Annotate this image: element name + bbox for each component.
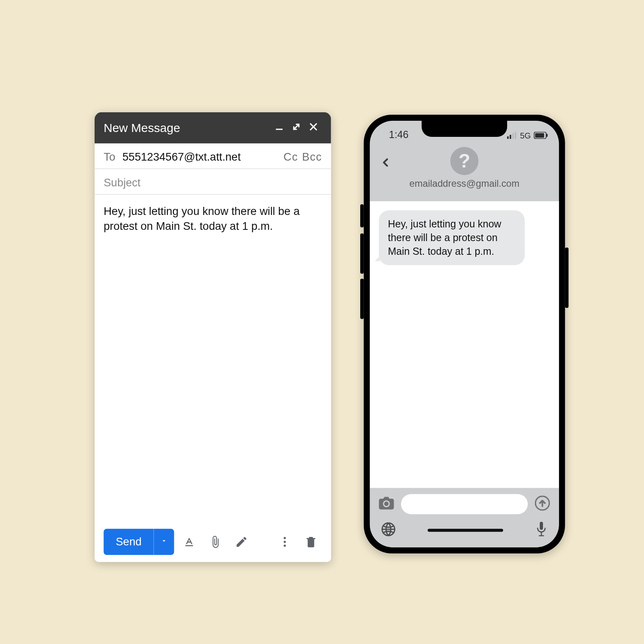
close-icon[interactable]: [305, 121, 322, 135]
cellular-signal-icon: [507, 130, 517, 142]
send-message-icon[interactable]: [535, 495, 550, 513]
home-indicator[interactable]: [428, 529, 504, 532]
more-options-icon[interactable]: [274, 531, 296, 553]
contact-email: emailaddress@gmail.com: [370, 178, 559, 190]
svg-point-6: [284, 545, 286, 547]
bcc-button[interactable]: Bcc: [302, 151, 322, 164]
phone-side-button: [360, 204, 364, 228]
message-bubble: Hey, just letting you know there will be…: [379, 211, 525, 265]
phone-side-button: [360, 279, 364, 319]
svg-rect-17: [540, 522, 543, 530]
compose-body[interactable]: Hey, just letting you know there will be…: [95, 195, 331, 522]
attach-file-icon[interactable]: [204, 531, 227, 553]
svg-point-5: [284, 541, 286, 543]
minimize-icon[interactable]: [271, 121, 288, 135]
to-value: 5551234567@txt.att.net: [122, 151, 283, 164]
drawing-icon[interactable]: [231, 531, 253, 553]
subject-field-row[interactable]: Subject: [95, 169, 331, 195]
svg-rect-13: [547, 134, 548, 137]
svg-point-4: [284, 537, 286, 539]
svg-line-1: [294, 124, 299, 130]
expand-icon[interactable]: [288, 121, 305, 135]
send-options-caret-icon[interactable]: [154, 537, 174, 547]
network-label: 5G: [520, 131, 531, 140]
compose-header: New Message: [95, 112, 331, 144]
format-text-icon[interactable]: [178, 531, 200, 553]
globe-icon[interactable]: [381, 522, 396, 539]
compose-toolbar: Send: [95, 522, 331, 562]
phone-screen: 1:46 5G ? emailaddress: [370, 121, 559, 547]
delete-draft-icon[interactable]: [300, 531, 322, 553]
svg-rect-12: [535, 133, 544, 138]
compose-title: New Message: [104, 121, 271, 135]
camera-icon[interactable]: [379, 497, 394, 512]
svg-rect-10: [514, 132, 516, 139]
svg-rect-8: [510, 135, 511, 139]
conversation-header: ? emailaddress@gmail.com: [370, 145, 559, 201]
to-field-row[interactable]: To 5551234567@txt.att.net Cc Bcc: [95, 143, 331, 169]
message-input-tray: [370, 488, 559, 548]
battery-icon: [534, 130, 548, 142]
svg-rect-7: [507, 136, 509, 139]
microphone-icon[interactable]: [535, 521, 548, 539]
send-label: Send: [104, 529, 154, 555]
cc-button[interactable]: Cc: [283, 151, 298, 164]
phone-side-button: [360, 233, 364, 274]
send-button[interactable]: Send: [104, 529, 174, 555]
message-input[interactable]: [401, 494, 528, 514]
back-chevron-icon[interactable]: [381, 155, 391, 172]
phone-notch: [422, 121, 508, 137]
svg-rect-9: [512, 133, 514, 139]
message-text: Hey, just letting you know there will be…: [388, 219, 502, 257]
subject-placeholder: Subject: [104, 176, 141, 190]
phone-side-button: [565, 248, 569, 308]
contact-avatar[interactable]: ?: [450, 147, 479, 175]
avatar-placeholder-icon: ?: [458, 150, 470, 172]
messages-area[interactable]: Hey, just letting you know there will be…: [370, 201, 559, 488]
compose-window: New Message To 5551234567@txt.att.net Cc…: [95, 112, 331, 562]
status-time: 1:46: [389, 129, 409, 140]
to-label: To: [104, 151, 116, 164]
phone-frame: 1:46 5G ? emailaddress: [364, 115, 565, 553]
